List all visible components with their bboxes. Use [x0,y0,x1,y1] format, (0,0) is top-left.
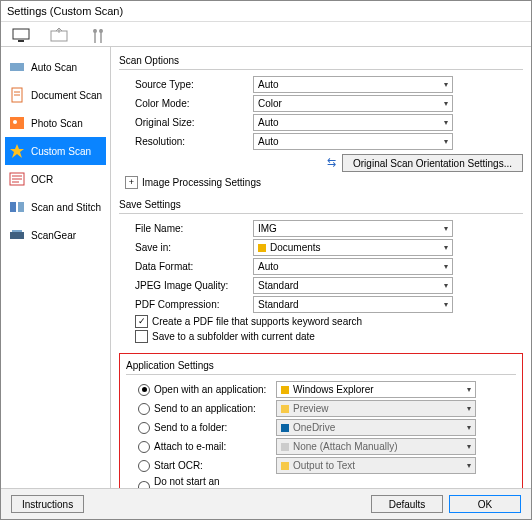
resolution-value: Auto [258,136,279,147]
pdf-keyword-checkbox[interactable]: ✓ Create a PDF file that supports keywor… [119,315,523,328]
attach-email-radio[interactable]: Attach to e-mail: [126,441,270,453]
send-folder-select[interactable]: OneDrive ▾ [276,419,476,436]
text-icon [281,462,289,470]
start-ocr-radio[interactable]: Start OCR: [126,460,270,472]
instructions-button[interactable]: Instructions [11,495,84,513]
svg-rect-18 [10,202,16,212]
sidebar-item-auto-scan[interactable]: Auto Scan [5,53,106,81]
sidebar-item-photo-scan[interactable]: Photo Scan [5,109,106,137]
send-folder-label: Send to a folder: [154,422,227,433]
application-settings-title: Application Settings [126,360,516,371]
settings-window: Settings (Custom Scan) Auto Scan [0,0,532,520]
start-ocr-select[interactable]: Output to Text ▾ [276,457,476,474]
radio-icon [138,403,150,415]
file-name-value: IMG [258,223,277,234]
svg-rect-19 [18,202,24,212]
sidebar-item-label: Custom Scan [31,146,91,157]
pdf-keyword-label: Create a PDF file that supports keyword … [152,316,362,327]
open-with-radio[interactable]: Open with an application: [126,384,270,396]
send-app-select[interactable]: Preview ▾ [276,400,476,417]
stitch-icon [9,199,25,215]
window-title: Settings (Custom Scan) [1,1,531,22]
sidebar-item-label: Scan and Stitch [31,202,101,213]
document-scan-icon [9,87,25,103]
pdf-compression-label: PDF Compression: [119,299,247,310]
svg-point-6 [99,29,103,33]
scan-options-section: Scan Options Source Type: Auto ▾ Color M… [119,55,523,189]
checkbox-checked-icon: ✓ [135,315,148,328]
svg-point-5 [93,29,97,33]
sidebar: Auto Scan Document Scan Photo Scan Custo… [1,47,111,488]
checkbox-unchecked-icon [135,330,148,343]
top-tab-bar [1,22,531,47]
chevron-down-icon: ▾ [444,281,448,290]
resolution-select[interactable]: Auto ▾ [253,133,453,150]
jpeg-quality-value: Standard [258,280,299,291]
window-body: Auto Scan Document Scan Photo Scan Custo… [1,22,531,519]
send-app-label: Send to an application: [154,403,256,414]
orientation-settings-button[interactable]: Original Scan Orientation Settings... [342,154,523,172]
attach-email-select[interactable]: None (Attach Manually) ▾ [276,438,476,455]
jpeg-quality-select[interactable]: Standard ▾ [253,277,453,294]
do-not-start-label: Do not start an application [154,476,270,488]
open-with-select[interactable]: Windows Explorer ▾ [276,381,476,398]
save-in-label: Save in: [119,242,247,253]
sidebar-item-label: ScanGear [31,230,76,241]
file-name-field[interactable]: IMG ▾ [253,220,453,237]
defaults-button[interactable]: Defaults [371,495,443,513]
pdf-compression-select[interactable]: Standard ▾ [253,296,453,313]
chevron-down-icon: ▾ [444,262,448,271]
sidebar-item-label: Document Scan [31,90,102,101]
sidebar-item-document-scan[interactable]: Document Scan [5,81,106,109]
svg-rect-21 [12,230,22,232]
ocr-icon [9,171,25,187]
send-app-radio[interactable]: Send to an application: [126,403,270,415]
subfolder-label: Save to a subfolder with current date [152,331,315,342]
subfolder-checkbox[interactable]: Save to a subfolder with current date [119,330,523,343]
ok-button[interactable]: OK [449,495,521,513]
sidebar-item-label: OCR [31,174,53,185]
tab-tools-icon[interactable] [87,26,109,46]
chevron-down-icon: ▾ [444,137,448,146]
source-type-value: Auto [258,79,279,90]
chevron-down-icon: ▾ [467,461,471,470]
chevron-down-icon: ▾ [467,423,471,432]
svg-rect-0 [13,29,29,39]
refresh-icon[interactable]: ⇆ [327,154,336,172]
sidebar-item-ocr[interactable]: OCR [5,165,106,193]
sidebar-item-scan-stitch[interactable]: Scan and Stitch [5,193,106,221]
tab-to-computer-icon[interactable] [49,26,71,46]
image-processing-expander[interactable]: + Image Processing Settings [119,176,523,189]
tab-from-computer-icon[interactable] [11,26,33,46]
resolution-label: Resolution: [119,136,247,147]
sidebar-item-label: Auto Scan [31,62,77,73]
scan-options-title: Scan Options [119,55,523,66]
auto-scan-icon [9,59,25,75]
main-area: Auto Scan Document Scan Photo Scan Custo… [1,47,531,488]
data-format-select[interactable]: Auto ▾ [253,258,453,275]
image-processing-label: Image Processing Settings [142,177,261,188]
attach-email-label: Attach to e-mail: [154,441,226,452]
save-in-select[interactable]: Documents ▾ [253,239,453,256]
jpeg-quality-label: JPEG Image Quality: [119,280,247,291]
save-in-value: Documents [270,242,321,253]
data-format-value: Auto [258,261,279,272]
send-folder-radio[interactable]: Send to a folder: [126,422,270,434]
save-settings-title: Save Settings [119,199,523,210]
mail-icon [281,443,289,451]
application-settings-highlight: Application Settings Open with an applic… [119,353,523,488]
radio-icon [138,441,150,453]
chevron-down-icon: ▾ [444,300,448,309]
do-not-start-radio[interactable]: Do not start an application [126,476,270,488]
sidebar-item-scangear[interactable]: ScanGear [5,221,106,249]
data-format-label: Data Format: [119,261,247,272]
color-mode-select[interactable]: Color ▾ [253,95,453,112]
original-size-select[interactable]: Auto ▾ [253,114,453,131]
file-name-label: File Name: [119,223,247,234]
photo-scan-icon [9,115,25,131]
sidebar-item-label: Photo Scan [31,118,83,129]
source-type-select[interactable]: Auto ▾ [253,76,453,93]
content-panel: Scan Options Source Type: Auto ▾ Color M… [111,47,531,488]
chevron-down-icon: ▾ [444,99,448,108]
sidebar-item-custom-scan[interactable]: Custom Scan [5,137,106,165]
